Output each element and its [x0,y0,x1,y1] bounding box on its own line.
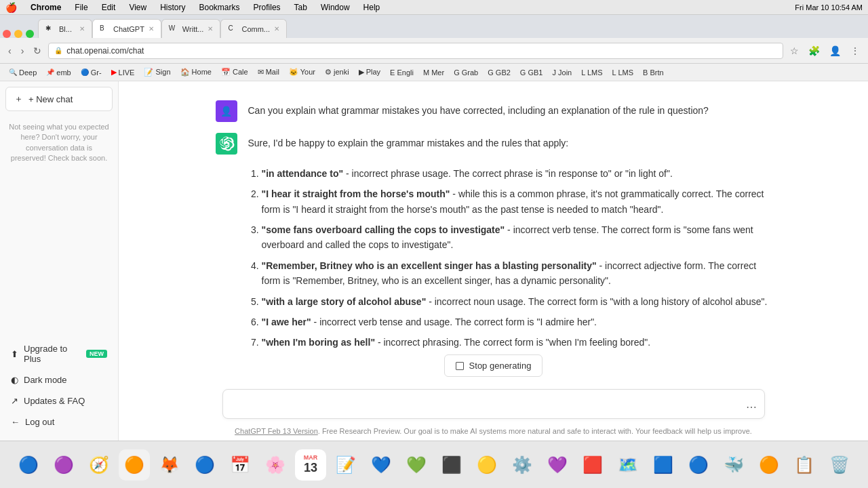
bookmark-grab[interactable]: G Grab [450,67,481,78]
menu-view[interactable]: View [126,3,149,12]
browser-tab-active[interactable]: B ChatGPT ✕ [92,19,161,38]
menu-bookmarks[interactable]: Bookmarks [197,3,243,12]
chat-footer: ChatGPT Feb 13 Version. Free Research Pr… [119,424,868,441]
extensions-button[interactable]: 🧩 [806,44,823,58]
dock-chrome[interactable]: 🟠 [119,449,150,481]
dark-mode-icon: ◐ [11,375,18,385]
dark-mode-label: Dark mode [24,375,67,385]
reload-button[interactable]: ↻ [31,44,44,58]
bookmark-lms2[interactable]: L LMS [609,67,637,78]
bookmark-sign[interactable]: 📝 Sign [140,66,174,78]
bookmark-mer[interactable]: M Mer [420,67,448,78]
dock-intellij[interactable]: 🟥 [577,449,608,481]
log-out-button[interactable]: ← Log out [3,411,115,432]
menu-help[interactable]: Help [361,3,383,12]
menu-tab[interactable]: Tab [292,3,310,12]
minimize-window-button[interactable] [14,30,22,38]
dock-calendar[interactable]: 📅 [224,449,256,481]
traffic-lights [3,30,34,38]
bookmark-brtn[interactable]: B Brtn [639,67,667,78]
chatgpt-version-link[interactable]: ChatGPT Feb 13 Version [235,427,318,435]
bookmark-github[interactable]: 🐱 Your [285,66,319,78]
tab-close-3-button[interactable]: ✕ [274,25,279,33]
dock-reminders[interactable]: 📝 [330,449,361,481]
dock-contacts[interactable]: 🟠 [753,449,785,481]
bookmark-play[interactable]: ▶ Play [355,66,384,78]
dock-launchpad[interactable]: 🟣 [48,449,79,481]
dark-mode-button[interactable]: ◐ Dark mode [3,369,115,390]
browser-tab-2[interactable]: W Writt... ✕ [161,19,221,38]
dock-system-prefs[interactable]: ⚙️ [507,449,538,481]
stop-generating-button[interactable]: Stop generating [444,354,543,377]
dock-docker[interactable]: 🐳 [718,449,749,481]
dock-teams[interactable]: 🟦 [648,449,679,481]
bookmark-deep[interactable]: 🔍Deep [5,67,40,78]
bookmark-lms1[interactable]: L LMS [578,67,606,78]
correction-1: "in attendance to" - incorrect phrase us… [262,166,772,181]
dock-zoom[interactable]: 🔵 [683,449,714,481]
dock-date[interactable]: MAR 13 [295,449,326,481]
browser-tab-3[interactable]: C Comm... ✕ [220,19,287,38]
menu-dots-button[interactable]: ⋮ [848,44,863,58]
bookmark-gb2[interactable]: G GB2 [484,67,514,78]
browser-tab[interactable]: ✱ Bl... ✕ [38,19,92,38]
bookmark-join[interactable]: J Join [549,67,575,78]
logout-label: Log out [25,417,54,427]
dock-safari[interactable]: 🧭 [83,449,115,481]
menu-chrome[interactable]: Chrome [28,3,64,12]
browser-tabs: ✱ Bl... ✕ B ChatGPT ✕ W Writt... ✕ C Com… [0,15,868,38]
lock-icon: 🔒 [54,47,62,54]
dock-terminal[interactable]: ⬛ [436,449,467,481]
tab-favicon-2: W [169,24,178,34]
apple-menu[interactable]: 🍎 [5,2,17,13]
dock-vscode[interactable]: 💜 [542,449,573,481]
mac-dock: 🔵 🟣 🧭 🟠 🦊 🔵 📅 🌸 MAR 13 📝 💙 💚 ⬛ 🟡 ⚙️ 💜 🟥 … [0,441,868,488]
dock-clipboard[interactable]: 📋 [789,449,820,481]
chat-input[interactable] [222,389,765,419]
bookmark-engli[interactable]: E Engli [387,67,417,78]
dock-notes[interactable]: 🟡 [471,449,502,481]
gpt-intro: Sure, I'd be happy to explain the gramma… [248,136,772,150]
tab-close-button[interactable]: ✕ [79,25,85,33]
menu-history[interactable]: History [157,3,188,12]
bookmark-cale[interactable]: 📅 Cale [218,66,252,78]
sidebar-bottom: ⬆ Upgrade to Plus NEW ◐ Dark mode ↗ Upda… [0,336,118,435]
new-chat-button[interactable]: ＋ + New chat [5,87,113,111]
bookmark-gb1[interactable]: G GB1 [517,67,547,78]
maximize-window-button[interactable] [26,30,34,38]
menu-edit[interactable]: Edit [99,3,119,12]
upgrade-to-plus-button[interactable]: ⬆ Upgrade to Plus NEW [3,338,115,369]
bookmark-home[interactable]: 🏠 Home [177,66,215,78]
address-bar[interactable]: 🔒 chat.openai.com/chat [48,43,783,59]
dock-trash[interactable]: 🗑️ [824,449,855,481]
bookmark-emb[interactable]: 📌emb [43,67,74,78]
dock-word[interactable]: 💙 [366,449,397,481]
bookmark-gr[interactable]: 🔵Gr- [77,67,105,78]
dock-maps[interactable]: 🗺️ [612,449,644,481]
back-button[interactable]: ‹ [5,44,14,58]
more-options-button[interactable]: ⋯ [746,401,757,413]
dock-firefox[interactable]: 🦊 [154,449,185,481]
correction-5: "with a large story of alcohol abuse" - … [262,294,772,309]
tab-close-active-button[interactable]: ✕ [149,25,154,33]
forward-button[interactable]: › [18,44,27,58]
dock-photos[interactable]: 🌸 [260,449,291,481]
profile-button[interactable]: 👤 [827,44,844,58]
stop-generating-label: Stop generating [469,361,532,371]
dock-finder[interactable]: 🔵 [13,449,44,481]
dock-outlook[interactable]: 🔵 [189,449,220,481]
tab-favicon-active: B [100,24,109,34]
menu-window[interactable]: Window [318,3,353,12]
close-window-button[interactable] [3,30,11,38]
bookmark-live[interactable]: ▶LIVE [108,66,138,78]
menu-file[interactable]: File [72,3,90,12]
dock-excel[interactable]: 💚 [401,449,432,481]
menu-profiles[interactable]: Profiles [251,3,283,12]
bookmark-mail[interactable]: ✉ Mail [254,66,283,78]
browser-toolbar: ‹ › ↻ 🔒 chat.openai.com/chat ☆ 🧩 👤 ⋮ [0,38,868,64]
tab-close-2-button[interactable]: ✕ [208,25,213,33]
main-area: ＋ + New chat Not seeing what you expecte… [0,81,868,441]
bookmark-jenki[interactable]: ⚙ jenki [321,66,353,78]
updates-faq-button[interactable]: ↗ Updates & FAQ [3,390,115,411]
bookmark-star-button[interactable]: ☆ [787,44,802,58]
